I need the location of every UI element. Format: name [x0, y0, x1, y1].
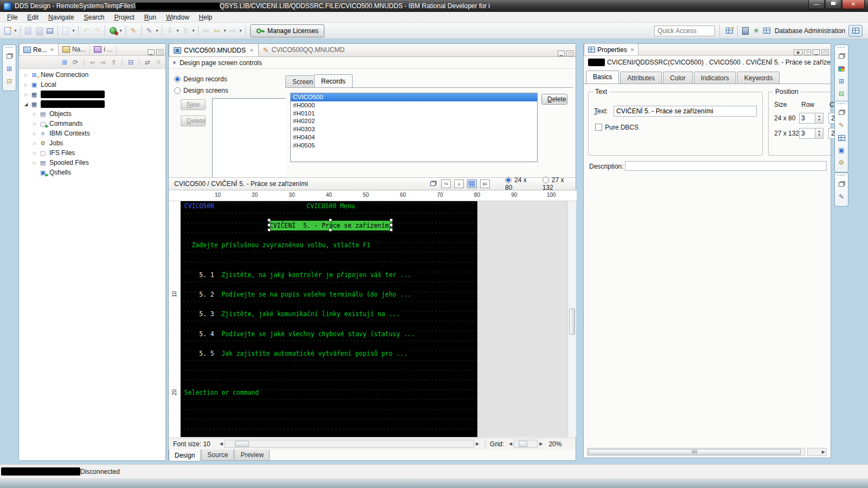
minimize-view-icon[interactable]: ▁	[813, 49, 820, 55]
tab-remote-systems[interactable]: Re...✕	[19, 43, 59, 55]
record-item-hh0303[interactable]: #H0303	[291, 125, 537, 133]
tree-item-local[interactable]: ▷▣Local	[19, 80, 165, 89]
font-size-slider[interactable]	[225, 440, 474, 448]
pencil-view-icon[interactable]: ✎	[836, 191, 847, 202]
minimize-button[interactable]: —	[808, 0, 825, 9]
grid-toggle-icon[interactable]	[467, 179, 477, 188]
record-item-cvico500[interactable]: CVICO500	[291, 93, 537, 101]
row-spinner[interactable]: ▲▼	[799, 128, 824, 139]
minimize-view-icon[interactable]: ▁	[148, 49, 155, 55]
debug-perspective-icon[interactable]: ✳	[751, 25, 762, 36]
scrollbar-right-arrow[interactable]: ▶	[807, 448, 827, 456]
row-spinner[interactable]: ▲▼	[799, 113, 824, 124]
tree-item-spooled-files[interactable]: ▷▤Spooled Files	[19, 158, 165, 168]
team-view-icon[interactable]: ⊟	[4, 76, 15, 87]
screens-listbox[interactable]	[212, 98, 286, 179]
radio-24x80[interactable]: 24 x 80	[505, 176, 535, 191]
tab-keywords[interactable]: Keywords	[737, 72, 780, 84]
collapse-all-icon[interactable]: ⊟	[126, 57, 136, 67]
tab-cvico500qq-mnucmd[interactable]: ✎ CVICO500QQ.MNUCMD	[259, 43, 349, 56]
highlighter-icon[interactable]: ✎	[128, 25, 139, 36]
database-perspective-icon[interactable]	[762, 25, 773, 36]
tree-item-new-connection[interactable]: ▷⊞✦New Connection	[19, 70, 165, 80]
quick-access-input[interactable]	[654, 25, 715, 36]
maximize-view-icon[interactable]: ▢	[821, 49, 828, 55]
tree-item-commands[interactable]: ▷▢▶Commands	[19, 119, 165, 129]
tree-item-redacted[interactable]: ▷▦	[19, 89, 165, 99]
record-item-hh0404[interactable]: #H0404	[291, 133, 537, 142]
delete-screens-button[interactable]: Delete	[181, 115, 206, 126]
run-dropdown-icon[interactable]: ▼	[118, 25, 123, 36]
build-dropdown-icon[interactable]: ▼	[71, 25, 76, 36]
undo-icon[interactable]: ↶	[81, 25, 92, 36]
record-item-hh0202[interactable]: #H0202	[291, 117, 537, 125]
tab-records[interactable]: Records	[314, 74, 353, 87]
forward-dropdown-icon[interactable]: ▼	[238, 25, 243, 36]
design-screens-radio[interactable]: Design screens	[174, 87, 228, 94]
menu-navigate[interactable]: Navigate	[43, 12, 79, 22]
save-all-icon[interactable]	[34, 25, 44, 36]
open-perspective-icon[interactable]: ✦	[724, 25, 735, 36]
run-icon[interactable]	[107, 25, 118, 36]
tab-navigator[interactable]: Na...	[59, 43, 90, 55]
selection-handle[interactable]	[329, 219, 332, 222]
run-view-icon[interactable]: ⊟	[836, 88, 847, 99]
grid-left-arrow-icon[interactable]: ◀	[507, 441, 514, 446]
selection-handle[interactable]	[390, 219, 393, 222]
edit-view-icon[interactable]: ✎	[836, 120, 847, 131]
selection-handle[interactable]	[267, 223, 271, 227]
outline-view-icon[interactable]: ⊞	[836, 76, 847, 87]
tab-cvico500-mnudds[interactable]: ▦ CVICO500.MNUDDS✕	[169, 43, 259, 56]
back-icon[interactable]: ⇦	[212, 25, 222, 36]
grid-slider[interactable]	[514, 440, 538, 448]
tab-preview[interactable]: Preview	[234, 450, 270, 461]
tree-expander-icon[interactable]: ▷	[22, 82, 30, 87]
last-edit-location-icon[interactable]: ⇦	[201, 25, 212, 36]
tree-expander-icon[interactable]: ▷	[31, 141, 39, 146]
tree-expander-icon[interactable]: ▷	[31, 121, 39, 126]
table-view-icon[interactable]	[836, 132, 847, 143]
menu-run[interactable]: Run	[139, 12, 161, 22]
grid-right-arrow-icon[interactable]: ▶	[538, 441, 544, 446]
maximize-editor-icon[interactable]: ▢	[566, 50, 573, 56]
pure-dbcs-checkbox[interactable]: Pure DBCS	[595, 124, 639, 131]
outline-view-icon[interactable]: ⊞	[4, 63, 15, 74]
tree-expander-icon[interactable]: ▷	[31, 112, 39, 117]
up-icon[interactable]: ⇧	[109, 57, 119, 67]
menu-file[interactable]: File	[2, 12, 22, 22]
tree-item-redacted[interactable]: ◢▦	[19, 99, 165, 109]
tab-color[interactable]: Color	[663, 72, 693, 84]
close-icon[interactable]: ✕	[250, 48, 254, 53]
tab-attributes[interactable]: Attributes	[620, 72, 662, 84]
tree-expander-icon[interactable]: ▷	[31, 131, 39, 136]
previous-annotation-icon[interactable]: ⇧	[180, 25, 191, 36]
marker-pen-icon[interactable]: ✎	[144, 25, 155, 36]
manage-licenses-button[interactable]: Manage Licenses	[250, 24, 324, 37]
menu-help[interactable]: Help	[194, 12, 218, 22]
new-wizard-icon[interactable]: ✦	[2, 25, 13, 36]
section-collapse-icon[interactable]: ▼	[172, 60, 177, 66]
print-icon[interactable]	[44, 25, 55, 36]
slider-thumb[interactable]	[519, 441, 527, 447]
active-perspective-button[interactable]	[848, 25, 863, 37]
tab-indicators[interactable]: Indicators	[694, 72, 736, 84]
tree-item-ifs-files[interactable]: ▷▢IFS Files	[19, 148, 165, 158]
records-listbox[interactable]: CVICO500#H0000#H0101#H0202#H0303#H0404#H…	[290, 93, 538, 162]
view-menu-icon[interactable]: ▽	[154, 57, 163, 67]
designer-vertical-scrollbar[interactable]	[567, 201, 576, 437]
tab-basics[interactable]: Basics	[586, 70, 619, 84]
tree-item-objects[interactable]: ▷▤Objects	[19, 109, 165, 119]
screen-designer-canvas[interactable]: CVICO500CVICO500 MenuZadejte příslušnou …	[181, 201, 477, 437]
restore-view-icon[interactable]	[836, 51, 847, 62]
settings-view-icon[interactable]: ⚙	[836, 157, 847, 168]
perspective-label[interactable]: Database Administration	[775, 27, 845, 35]
next-annotation-dropdown-icon[interactable]: ▼	[175, 25, 180, 36]
close-icon[interactable]: ✕	[50, 47, 54, 53]
spinner-arrows-icon[interactable]: ▲▼	[815, 113, 824, 124]
show-attributes-icon[interactable]: a	[454, 179, 464, 188]
tree-expander-icon[interactable]: ▷	[31, 160, 39, 165]
restore-view-icon[interactable]	[836, 107, 847, 118]
previous-annotation-dropdown-icon[interactable]: ▼	[191, 25, 196, 36]
palette-view-icon[interactable]	[836, 63, 847, 74]
minimize-editor-icon[interactable]: ▁	[558, 50, 565, 56]
